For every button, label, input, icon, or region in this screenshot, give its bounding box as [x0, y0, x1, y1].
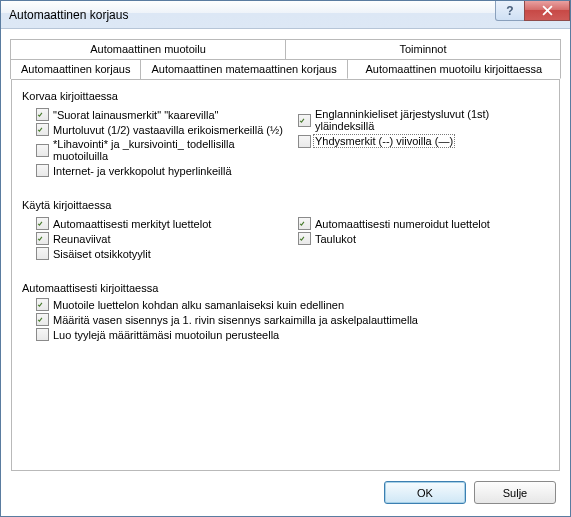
checkbox-list-format[interactable] — [36, 298, 49, 311]
tab-autoformat[interactable]: Automaattinen muotoilu — [10, 39, 286, 59]
tab-label: Automaattinen muotoilu kirjoittaessa — [366, 63, 543, 75]
tab-panel: Korvaa kirjoittaessa "Suorat lainausmerk… — [11, 79, 560, 471]
close-label: Sulje — [503, 487, 527, 499]
tab-label: Automaattinen korjaus — [21, 63, 130, 75]
ok-button[interactable]: OK — [384, 481, 466, 504]
checkbox-ordinals[interactable] — [298, 114, 311, 127]
checkbox-hyperlinks[interactable] — [36, 164, 49, 177]
checkbox-tables[interactable] — [298, 232, 311, 245]
window-controls: ? — [496, 1, 570, 21]
help-button[interactable]: ? — [495, 1, 525, 21]
checkbox-fractions[interactable] — [36, 123, 49, 136]
checkbox-define-styles[interactable] — [36, 328, 49, 341]
label-fractions: Murtoluvut (1/2) vastaavilla erikoismerk… — [53, 124, 283, 136]
window-title: Automaattinen korjaus — [1, 8, 128, 22]
checkbox-hyphens[interactable] — [298, 135, 311, 148]
label-list-format: Muotoile luettelon kohdan alku samanlais… — [53, 299, 344, 311]
ok-label: OK — [417, 487, 433, 499]
label-ordinals: Englanninkieliset järjestysluvut (1st) y… — [315, 108, 549, 132]
titlebar: Automaattinen korjaus ? — [1, 1, 570, 29]
label-numbered-lists: Automaattisesti numeroidut luettelot — [315, 218, 490, 230]
tab-actions[interactable]: Toiminnot — [285, 39, 561, 59]
checkbox-heading-styles[interactable] — [36, 247, 49, 260]
label-borders: Reunaviivat — [53, 233, 110, 245]
label-bulleted-lists: Automaattisesti merkityt luettelot — [53, 218, 211, 230]
label-bold-italic: *Lihavointi* ja _kursivointi_ todellisil… — [53, 138, 292, 162]
tab-autocorrect[interactable]: Automaattinen korjaus — [10, 59, 141, 79]
label-hyphens: Yhdysmerkit (--) viivoilla (—) — [313, 134, 455, 148]
dialog-window: Automaattinen korjaus ? Automaattinen mu… — [0, 0, 571, 517]
checkbox-bold-italic[interactable] — [36, 144, 49, 157]
label-hyperlinks: Internet- ja verkkopolut hyperlinkeillä — [53, 165, 232, 177]
checkbox-numbered-lists[interactable] — [298, 217, 311, 230]
label-smart-quotes: "Suorat lainausmerkit" "kaarevilla" — [53, 109, 218, 121]
close-button[interactable] — [524, 1, 570, 21]
dialog-content: Automaattinen muotoilu Toiminnot Automaa… — [1, 29, 570, 516]
section-heading-auto: Automaattisesti kirjoittaessa — [22, 282, 549, 294]
checkbox-indent[interactable] — [36, 313, 49, 326]
label-indent: Määritä vasen sisennys ja 1. rivin sisen… — [53, 314, 418, 326]
tab-label: Automaattinen matemaattinen korjaus — [151, 63, 336, 75]
tab-label: Automaattinen muotoilu — [90, 43, 206, 55]
checkbox-bulleted-lists[interactable] — [36, 217, 49, 230]
dialog-buttons: OK Sulje — [11, 471, 560, 508]
label-define-styles: Luo tyylejä määrittämäsi muotoilun perus… — [53, 329, 279, 341]
tab-autoformat-typing[interactable]: Automaattinen muotoilu kirjoittaessa — [347, 59, 561, 79]
tab-math-autocorrect[interactable]: Automaattinen matemaattinen korjaus — [140, 59, 347, 79]
checkbox-smart-quotes[interactable] — [36, 108, 49, 121]
tab-row-lower: Automaattinen korjaus Automaattinen mate… — [10, 59, 561, 79]
tab-row-upper: Automaattinen muotoilu Toiminnot — [10, 39, 561, 59]
close-dialog-button[interactable]: Sulje — [474, 481, 556, 504]
section-heading-apply: Käytä kirjoittaessa — [22, 199, 549, 211]
label-heading-styles: Sisäiset otsikkotyylit — [53, 248, 151, 260]
section-heading-replace: Korvaa kirjoittaessa — [22, 90, 549, 102]
close-icon — [542, 5, 553, 16]
checkbox-borders[interactable] — [36, 232, 49, 245]
label-tables: Taulukot — [315, 233, 356, 245]
tab-label: Toiminnot — [399, 43, 446, 55]
